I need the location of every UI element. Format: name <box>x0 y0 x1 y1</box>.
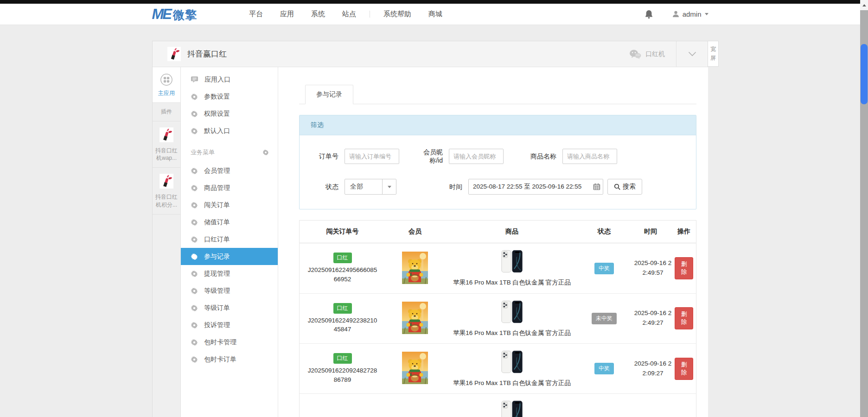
widescreen-toggle[interactable]: 宽屏 <box>708 41 719 67</box>
nav-item-platform[interactable]: 平台 <box>249 10 263 19</box>
gear-icon <box>191 236 198 243</box>
nav-item-sites[interactable]: 站点 <box>342 10 356 19</box>
rail-item-main-app[interactable]: 主应用 <box>153 67 180 103</box>
nav-item-apps[interactable]: 应用 <box>280 10 294 19</box>
menu-label: 商品管理 <box>204 184 230 192</box>
col-header-product: 商品 <box>445 221 579 243</box>
menu-item-default-entry[interactable]: 默认入口 <box>181 122 278 139</box>
nav-item-system[interactable]: 系统 <box>311 10 325 19</box>
product-image <box>499 399 524 417</box>
menu-section-label: 业务菜单 <box>191 148 215 157</box>
menu-item-complaint-mgmt[interactable]: 投诉管理 <box>181 316 278 334</box>
lipstick-machine-shortcut-button[interactable]: 口红机 <box>618 41 676 67</box>
member-nickname-label: 会员昵称/id <box>417 148 443 164</box>
delete-button[interactable]: 删除 <box>675 307 693 329</box>
gear-icon <box>191 322 198 329</box>
menu-item-challenge-orders[interactable]: 闯关订单 <box>181 196 278 214</box>
col-header-member: 会员 <box>385 221 445 243</box>
menu-item-participation-records[interactable]: 参与记录 <box>181 248 278 265</box>
scrollbar-thumb[interactable] <box>861 44 868 104</box>
order-no-input[interactable] <box>345 149 399 164</box>
menu-label: 权限设置 <box>204 110 230 118</box>
weengine-logo[interactable]: ME 微擎 <box>152 6 198 23</box>
menu-item-level-mgmt[interactable]: 等级管理 <box>181 282 278 299</box>
window-top-strip <box>0 0 860 4</box>
menu-section-business: 业务菜单 <box>181 143 278 162</box>
status-badge: 中奖 <box>594 263 614 274</box>
rail-plugin-points[interactable]: 抖音口红机积分... <box>153 168 180 214</box>
member-nickname-input[interactable] <box>449 149 504 164</box>
gear-icon <box>191 110 198 118</box>
rail-plugins-section-label: 插件 <box>153 103 180 121</box>
gear-icon <box>191 184 198 192</box>
search-button[interactable]: 搜索 <box>607 179 642 195</box>
gear-icon <box>191 202 198 209</box>
menu-item-level-orders[interactable]: 等级订单 <box>181 299 278 316</box>
gear-icon <box>191 356 198 363</box>
plugin-label: 抖音口红机积分... <box>154 193 179 208</box>
gear-icon <box>191 270 198 278</box>
delete-button[interactable]: 删除 <box>675 358 693 380</box>
gear-icon <box>191 93 198 101</box>
gear-icon[interactable] <box>262 149 269 156</box>
gear-icon <box>191 167 198 175</box>
scrollbar-up-button[interactable] <box>860 0 868 10</box>
bell-icon[interactable] <box>645 10 653 19</box>
col-header-time: 时间 <box>629 221 672 243</box>
col-header-action: 操作 <box>672 221 696 243</box>
sidebar-menu: 应用入口 参数设置 权限设置 默认入口 业务菜单 会员管理 <box>181 67 278 417</box>
top-menu: 平台 应用 系统 站点 系统帮助 商城 <box>249 10 442 19</box>
menu-item-withdrawal-mgmt[interactable]: 提现管理 <box>181 265 278 282</box>
status-label: 状态 <box>309 183 338 191</box>
menu-item-member-mgmt[interactable]: 会员管理 <box>181 162 278 179</box>
gear-icon <box>191 127 198 135</box>
admin-username: admin <box>683 10 702 18</box>
lipstick-module-icon <box>167 47 181 61</box>
calendar-icon[interactable] <box>593 183 600 190</box>
table-row-partial <box>300 394 696 417</box>
order-number: J202509162249223821045847 <box>307 316 378 334</box>
vertical-scrollbar[interactable] <box>860 0 868 417</box>
caret-down-icon <box>705 13 708 15</box>
tab-participation-records[interactable]: 参与记录 <box>305 85 353 104</box>
admin-dropdown[interactable]: admin <box>672 10 708 18</box>
gear-icon <box>191 253 198 260</box>
menu-item-product-mgmt[interactable]: 商品管理 <box>181 179 278 196</box>
record-time: 2025-09-16 22:09:27 <box>632 359 674 379</box>
menu-item-param-settings[interactable]: 参数设置 <box>181 88 278 105</box>
menu-item-permission-settings[interactable]: 权限设置 <box>181 105 278 122</box>
nav-item-help[interactable]: 系统帮助 <box>383 10 411 19</box>
rail-plugin-wap[interactable]: 抖音口红机wap... <box>153 121 180 168</box>
wechat-icon <box>629 49 641 59</box>
menu-item-time-card-orders[interactable]: 包时卡订单 <box>181 351 278 368</box>
product-name: 苹果16 Pro Max 1TB 白色钛金属 官方正品 <box>449 329 574 338</box>
menu-label: 等级订单 <box>204 304 230 312</box>
menu-item-app-entry[interactable]: 应用入口 <box>181 71 278 88</box>
delete-button[interactable]: 删除 <box>675 257 693 279</box>
menu-item-stored-value-orders[interactable]: 储值订单 <box>181 214 278 231</box>
member-avatar <box>402 352 428 384</box>
logo-me-glyph: ME <box>152 6 171 23</box>
menu-item-time-card-mgmt[interactable]: 包时卡管理 <box>181 334 278 351</box>
member-avatar <box>402 302 428 334</box>
select-caret-button[interactable] <box>382 179 396 194</box>
chat-icon <box>191 76 198 83</box>
product-name-input[interactable] <box>562 149 617 164</box>
time-label: 时间 <box>444 183 462 191</box>
menu-label: 提现管理 <box>204 270 230 278</box>
table-row: 口红 J202509162249566608566952 苹果16 Pro Ma… <box>300 243 696 293</box>
menu-label: 口红订单 <box>204 235 230 244</box>
time-range-input[interactable] <box>468 179 603 195</box>
module-header: 抖音赢口红 口红机 宽屏 <box>152 41 708 67</box>
member-avatar <box>402 252 428 284</box>
col-header-order-no: 闯关订单号 <box>300 221 385 243</box>
nav-item-store[interactable]: 商城 <box>428 10 442 19</box>
lipstick-tag-badge: 口红 <box>333 253 352 263</box>
grid-icon <box>160 73 173 86</box>
menu-item-lipstick-orders[interactable]: 口红订单 <box>181 231 278 248</box>
status-select[interactable]: 全部 <box>345 179 396 195</box>
lipstick-plugin-icon <box>160 127 173 142</box>
product-name: 苹果16 Pro Max 1TB 白色钛金属 官方正品 <box>449 278 574 287</box>
rail-main-app-label: 主应用 <box>153 89 180 97</box>
collapse-panel-button[interactable] <box>676 41 708 67</box>
